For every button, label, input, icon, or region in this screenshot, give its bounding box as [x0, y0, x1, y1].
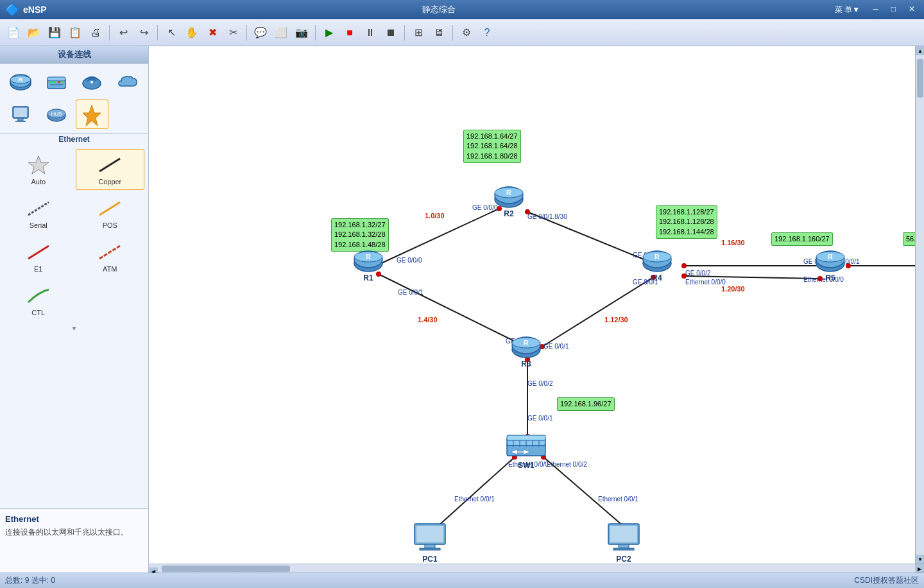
device-hub[interactable]: HUB — [40, 99, 73, 129]
vscroll-thumb[interactable] — [917, 59, 923, 98]
toolbar: 📄 📂 💾 📋 🖨 ↩ ↪ ↖ ✋ ✖ ✂ 💬 ⬜ 📷 ▶ ■ ⏸ ⏹ ⊞ 🖥 … — [0, 19, 924, 46]
router-r3[interactable]: R R3 — [509, 331, 543, 368]
device-cable-selector[interactable] — [76, 99, 109, 129]
select-button[interactable]: ↖ — [162, 23, 181, 42]
pc-pc1[interactable]: PC1 — [411, 521, 449, 564]
cable-e1[interactable]: E1 — [4, 236, 73, 277]
if-r2-ge001: GE 0/0/1.8/30 — [527, 213, 567, 220]
auto-label: Auto — [31, 178, 46, 186]
if-sw1-eth002: Ethernet 0/0/2 — [547, 461, 587, 468]
redo-button[interactable]: ↪ — [134, 23, 153, 42]
svg-text:R: R — [524, 339, 529, 347]
start-button[interactable]: ▶ — [320, 23, 339, 42]
svg-rect-66 — [613, 548, 634, 550]
cable-atm[interactable]: ATM — [76, 236, 145, 277]
device-wireless[interactable] — [76, 67, 109, 97]
delete-button[interactable]: ✖ — [203, 23, 222, 42]
reset-button[interactable]: ⏹ — [381, 23, 400, 42]
drag-button[interactable]: ✋ — [182, 23, 201, 42]
cable-copper[interactable]: Copper — [76, 149, 145, 190]
print-button[interactable]: 🖨 — [86, 23, 105, 42]
chat-button[interactable]: 💬 — [251, 23, 270, 42]
metric-r1-r2: 1.0/30 — [425, 212, 445, 220]
close-button[interactable]: ✕ — [905, 3, 919, 17]
svg-text:HUB: HUB — [51, 111, 62, 117]
device-router[interactable]: R — [4, 67, 37, 97]
device-pc[interactable] — [4, 99, 37, 129]
device-cloud[interactable] — [111, 67, 144, 97]
ip-label-r2-top: 192.168.1.64/27 192.168.1.64/28 192.168.… — [463, 130, 521, 163]
settings-button[interactable]: ⚙ — [457, 23, 476, 42]
svg-text:R: R — [19, 76, 23, 83]
save-button[interactable]: 💾 — [45, 23, 64, 42]
sidebar-info: Ethernet 连接设备的以太网和千兆以太接口。 — [0, 508, 148, 573]
router-r5-label: R5 — [825, 273, 835, 282]
titlebar: 🔷 eNSP 静态综合 菜 单▼ ─ □ ✕ — [0, 0, 924, 19]
serial-cable-icon — [24, 198, 53, 219]
svg-rect-60 — [416, 526, 443, 542]
capture-button[interactable]: 🖥 — [429, 23, 449, 42]
router-r1[interactable]: R R1 — [352, 245, 385, 282]
vscroll-down[interactable]: ▼ — [916, 555, 924, 564]
svg-point-7 — [50, 81, 53, 83]
open-button[interactable]: 📂 — [24, 23, 44, 42]
saveas-button[interactable]: 📋 — [65, 23, 85, 42]
svg-line-23 — [28, 202, 49, 215]
e1-icon — [23, 241, 54, 264]
auto-icon — [23, 153, 54, 177]
ip-label-r4-top: 192.168.1.128/27 192.168.1.128/28 192.16… — [656, 205, 717, 239]
cut-button[interactable]: ✂ — [223, 23, 243, 42]
hscroll-thumb[interactable] — [162, 566, 290, 572]
router-r4[interactable]: R R4 — [640, 245, 674, 282]
router-r5[interactable]: R R5 — [814, 245, 847, 282]
metric-r4-r5-ge: 1.16/30 — [721, 239, 745, 246]
svg-rect-62 — [420, 548, 440, 550]
cable-serial[interactable]: Serial — [4, 193, 73, 234]
copper-cable-icon — [96, 155, 124, 175]
vscroll-up[interactable]: ▲ — [916, 46, 924, 55]
router-r4-label: R4 — [652, 273, 662, 282]
sep6 — [452, 25, 453, 40]
cable-scroll[interactable]: Auto Copper — [0, 146, 148, 508]
cable-pos[interactable]: POS — [76, 193, 145, 234]
status-brand: CSDI授权答题社区 — [854, 575, 919, 586]
hscroll-left[interactable]: ◀ — [149, 567, 158, 573]
ip-label-56: 56.1.1.0/24 — [903, 232, 915, 246]
menu-button[interactable]: 菜 单▼ — [831, 3, 864, 17]
router-r2[interactable]: R R2 — [492, 181, 526, 218]
sep2 — [157, 25, 158, 40]
vertical-scrollbar[interactable]: ▲ ▼ — [915, 46, 924, 564]
grid-button[interactable]: ⊞ — [409, 23, 428, 42]
hscroll-right[interactable]: ▶ — [915, 564, 924, 573]
pc1-icon — [411, 521, 449, 553]
atm-label: ATM — [103, 265, 117, 273]
svg-point-10 — [62, 81, 64, 83]
copper-icon — [94, 153, 125, 177]
stop-button[interactable]: ■ — [340, 23, 359, 42]
undo-button[interactable]: ↩ — [114, 23, 133, 42]
cable-ctl[interactable]: CTL — [4, 280, 73, 321]
statusbar: 总数: 9 选中: 0 CSDI授权答题社区 — [0, 573, 924, 588]
new-button[interactable]: 📄 — [4, 23, 23, 42]
canvas-area[interactable]: 192.168.1.64/27 192.168.1.64/28 192.168.… — [149, 46, 915, 564]
e1-label: E1 — [34, 265, 42, 273]
network-svg — [149, 46, 915, 564]
rect-button[interactable]: ⬜ — [271, 23, 291, 42]
app-logo: 🔷 — [5, 3, 19, 17]
svg-rect-53 — [507, 435, 545, 440]
cable-auto[interactable]: Auto — [4, 149, 73, 190]
maximize-button[interactable]: □ — [887, 3, 900, 17]
svg-rect-65 — [619, 544, 629, 548]
snapshot-button[interactable]: 📷 — [292, 23, 311, 42]
pause-button[interactable]: ⏸ — [361, 23, 380, 42]
switch-sw1[interactable]: SW1 — [504, 431, 548, 470]
device-grid: R — [0, 64, 148, 134]
sep1 — [109, 25, 110, 40]
device-switch[interactable] — [40, 67, 73, 97]
pc-pc2[interactable]: PC2 — [604, 521, 643, 564]
conn-sw1-pc1 — [438, 457, 515, 526]
router-r2-icon: R — [492, 181, 526, 208]
minimize-button[interactable]: ─ — [869, 3, 882, 17]
horizontal-scrollbar[interactable]: ◀ ▶ — [149, 564, 924, 573]
help-button[interactable]: ? — [477, 23, 497, 42]
